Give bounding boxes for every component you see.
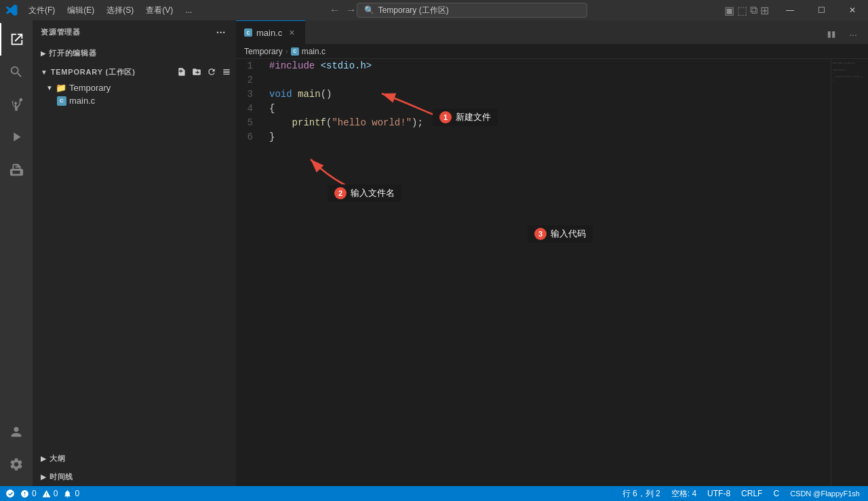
titlebar-left: 文件(F) 编辑(E) 选择(S) 查看(V) ... (0, 3, 197, 18)
new-folder-icon[interactable] (190, 65, 203, 79)
editor-area: C main.c × ··· Temporary › C main.c 1 (236, 20, 868, 486)
file-tree: ▼ 📁 Temporary C main.c (33, 81, 236, 107)
layout-icons: ▣ ⬚ ⧉ ⊞ (719, 4, 774, 17)
temporary-folder[interactable]: ▼ 📁 Temporary (33, 81, 236, 94)
status-right: 行 6，列 2 空格: 4 UTF-8 CRLF C CSDN @FlappyF… (620, 488, 863, 500)
vscode-logo-icon (5, 4, 18, 16)
line-num-1: 1 (236, 59, 258, 73)
bell-count[interactable]: 0 (63, 489, 79, 498)
breadcrumb-c-icon: C (291, 47, 299, 56)
timeline-chevron-icon: ▶ (41, 473, 47, 481)
nav-back-button[interactable]: ← (330, 4, 340, 16)
line-num-6: 6 (236, 130, 258, 144)
explorer-activity-icon[interactable] (0, 23, 33, 56)
status-left: 0 0 0 (5, 489, 79, 498)
spaces-status[interactable]: 空格: 4 (669, 488, 699, 500)
timeline-section[interactable]: ▶ 时间线 (33, 468, 236, 486)
menu-file[interactable]: 文件(F) (23, 3, 60, 18)
vcs-status[interactable] (5, 489, 15, 498)
sidebar-more-icon[interactable]: ··· (214, 26, 228, 39)
search-icon: 🔍 (364, 5, 374, 15)
more-actions-icon[interactable]: ··· (844, 25, 863, 44)
settings-activity-icon[interactable] (0, 448, 33, 481)
tab-close-icon[interactable]: × (286, 27, 297, 38)
sidebar: 资源管理器 ··· ▶ 打开的编辑器 ▼ TEMPORARY (工作区) (33, 20, 236, 486)
minimap: #include <stdio.h>void main(){ printf("h… (831, 59, 868, 486)
workspace-section-left: ▼ TEMPORARY (工作区) (41, 67, 136, 77)
activity-bar-bottom (0, 416, 33, 486)
code-line-5: printf("hello world!"); (269, 116, 831, 130)
grid-icon[interactable]: ⊞ (760, 4, 769, 17)
menu-view[interactable]: 查看(V) (140, 3, 178, 18)
titlebar-menu: 文件(F) 编辑(E) 选择(S) 查看(V) ... (23, 3, 197, 18)
run-activity-icon[interactable] (0, 121, 33, 153)
tab-bar-right: ··· (822, 25, 868, 44)
workspace-action-icons (175, 65, 233, 79)
error-count-text: 0 (32, 489, 37, 498)
menu-more[interactable]: ... (180, 4, 197, 16)
credits-status: CSDN @FlappyF1sh (787, 489, 863, 498)
code-editor[interactable]: 1 2 3 4 5 6 #include <stdio.h> void main… (236, 59, 868, 486)
open-editors-chevron-icon: ▶ (41, 49, 46, 57)
workspace-chevron-icon: ▼ (41, 68, 48, 76)
outline-label: 大纲 (50, 454, 66, 464)
explorer-title: 资源管理器 (41, 27, 81, 37)
nav-forward-button[interactable]: → (346, 4, 357, 16)
sidebar-bottom: ▶ 大纲 ▶ 时间线 (33, 449, 236, 486)
minimize-button[interactable]: — (774, 0, 806, 20)
close-button[interactable]: ✕ (837, 0, 868, 20)
refresh-explorer-icon[interactable] (205, 65, 218, 79)
open-editors-label: 打开的编辑器 (49, 48, 97, 58)
code-line-2 (269, 73, 831, 87)
outline-chevron-icon: ▶ (41, 455, 47, 462)
split-editor-icon[interactable]: ⧉ (750, 4, 757, 16)
source-control-activity-icon[interactable] (0, 88, 33, 121)
breadcrumb-file[interactable]: C main.c (291, 47, 326, 56)
sidebar-header-icons: ··· (214, 26, 228, 39)
tab-bar: C main.c × ··· (236, 20, 868, 44)
line-num-3: 3 (236, 87, 258, 102)
error-count[interactable]: 0 (20, 489, 37, 498)
main-area: 资源管理器 ··· ▶ 打开的编辑器 ▼ TEMPORARY (工作区) (0, 20, 868, 486)
menu-edit[interactable]: 编辑(E) (62, 3, 100, 18)
open-editors-section[interactable]: ▶ 打开的编辑器 (33, 44, 236, 62)
search-text: Temporary (工作区) (378, 5, 449, 16)
tab-filename: main.c (256, 28, 282, 38)
language-status[interactable]: C (770, 489, 782, 498)
sidebar-toggle-icon[interactable]: ▣ (724, 4, 734, 17)
line-ending-status[interactable]: CRLF (738, 489, 765, 498)
extensions-activity-icon[interactable] (0, 153, 33, 186)
status-bar: 0 0 0 行 6，列 2 空格: 4 UTF-8 CRLF C CSDN @F… (0, 486, 868, 501)
bell-count-text: 0 (75, 489, 79, 498)
new-file-icon[interactable] (175, 65, 189, 79)
collapse-all-icon[interactable] (220, 65, 233, 79)
split-editor-right-icon[interactable] (822, 25, 841, 44)
titlebar-center: ← → 🔍 Temporary (工作区) (197, 3, 719, 18)
titlebar: 文件(F) 编辑(E) 选择(S) 查看(V) ... ← → 🔍 Tempor… (0, 0, 868, 20)
breadcrumb-sep-1: › (285, 47, 288, 56)
encoding-status[interactable]: UTF-8 (705, 489, 733, 498)
search-bar[interactable]: 🔍 Temporary (工作区) (357, 3, 587, 18)
workspace-section[interactable]: ▼ TEMPORARY (工作区) (33, 62, 236, 81)
folder-icon: 📁 (56, 83, 66, 93)
timeline-label: 时间线 (50, 472, 73, 482)
warning-count[interactable]: 0 (42, 489, 58, 498)
main-c-file[interactable]: C main.c (33, 94, 236, 107)
menu-select[interactable]: 选择(S) (101, 3, 139, 18)
line-col-status[interactable]: 行 6，列 2 (620, 488, 663, 500)
breadcrumb-workspace[interactable]: Temporary (244, 47, 283, 56)
account-activity-icon[interactable] (0, 416, 33, 448)
c-file-type-icon: C (57, 96, 66, 106)
activity-bar (0, 20, 33, 486)
workspace-label: TEMPORARY (工作区) (51, 67, 136, 77)
line-num-4: 4 (236, 102, 258, 116)
line-num-2: 2 (236, 73, 258, 87)
search-activity-icon[interactable] (0, 56, 33, 88)
outline-section[interactable]: ▶ 大纲 (33, 449, 236, 468)
warning-count-text: 0 (54, 489, 58, 498)
code-content[interactable]: #include <stdio.h> void main() { printf(… (267, 59, 831, 486)
line-num-5: 5 (236, 116, 258, 130)
tab-main-c[interactable]: C main.c × (236, 20, 305, 44)
maximize-button[interactable]: ☐ (806, 0, 837, 20)
panel-toggle-icon[interactable]: ⬚ (737, 4, 747, 17)
